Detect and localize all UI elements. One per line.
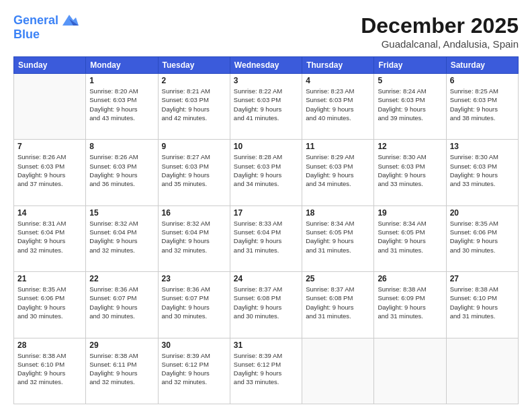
- day-info: Sunrise: 8:34 AM Sunset: 6:05 PM Dayligh…: [378, 219, 442, 255]
- day-info: Sunrise: 8:26 AM Sunset: 6:03 PM Dayligh…: [89, 152, 154, 188]
- calendar-cell: 11Sunrise: 8:29 AM Sunset: 6:03 PM Dayli…: [302, 140, 374, 205]
- calendar-cell: 16Sunrise: 8:32 AM Sunset: 6:04 PM Dayli…: [158, 205, 230, 271]
- calendar-cell: 22Sunrise: 8:36 AM Sunset: 6:07 PM Dayli…: [86, 272, 158, 338]
- calendar-cell: 7Sunrise: 8:26 AM Sunset: 6:03 PM Daylig…: [14, 140, 86, 205]
- day-info: Sunrise: 8:38 AM Sunset: 6:09 PM Dayligh…: [378, 285, 442, 320]
- calendar-cell: 5Sunrise: 8:24 AM Sunset: 6:03 PM Daylig…: [374, 74, 446, 140]
- day-info: Sunrise: 8:22 AM Sunset: 6:03 PM Dayligh…: [234, 87, 298, 122]
- day-info: Sunrise: 8:21 AM Sunset: 6:03 PM Dayligh…: [162, 87, 226, 122]
- calendar-cell: 21Sunrise: 8:35 AM Sunset: 6:06 PM Dayli…: [14, 272, 86, 338]
- calendar-cell: 1Sunrise: 8:20 AM Sunset: 6:03 PM Daylig…: [86, 74, 158, 140]
- calendar-cell: 2Sunrise: 8:21 AM Sunset: 6:03 PM Daylig…: [158, 74, 230, 140]
- calendar-cell: 24Sunrise: 8:37 AM Sunset: 6:08 PM Dayli…: [230, 272, 302, 338]
- calendar-cell: 28Sunrise: 8:38 AM Sunset: 6:10 PM Dayli…: [14, 338, 86, 404]
- calendar-cell: 26Sunrise: 8:38 AM Sunset: 6:09 PM Dayli…: [374, 272, 446, 338]
- day-info: Sunrise: 8:38 AM Sunset: 6:11 PM Dayligh…: [89, 351, 154, 387]
- day-info: Sunrise: 8:31 AM Sunset: 6:04 PM Dayligh…: [17, 219, 82, 255]
- day-info: Sunrise: 8:39 AM Sunset: 6:12 PM Dayligh…: [162, 351, 226, 387]
- week-row-1: 1Sunrise: 8:20 AM Sunset: 6:03 PM Daylig…: [14, 74, 519, 140]
- calendar-cell: 27Sunrise: 8:38 AM Sunset: 6:10 PM Dayli…: [446, 272, 518, 338]
- day-number: 8: [89, 142, 154, 151]
- calendar-cell: 23Sunrise: 8:36 AM Sunset: 6:07 PM Dayli…: [158, 272, 230, 338]
- calendar-cell: [446, 338, 518, 404]
- calendar-cell: 20Sunrise: 8:35 AM Sunset: 6:06 PM Dayli…: [446, 205, 518, 271]
- day-info: Sunrise: 8:38 AM Sunset: 6:10 PM Dayligh…: [17, 351, 82, 387]
- calendar-cell: [302, 338, 374, 404]
- day-number: 17: [234, 208, 298, 218]
- weekday-header-thursday: Thursday: [302, 57, 374, 74]
- calendar-cell: 15Sunrise: 8:32 AM Sunset: 6:04 PM Dayli…: [86, 205, 158, 271]
- day-info: Sunrise: 8:36 AM Sunset: 6:07 PM Dayligh…: [162, 285, 226, 320]
- logo: General Blue: [13, 13, 79, 42]
- location-title: Guadalcanal, Andalusia, Spain: [361, 38, 519, 50]
- calendar-table: SundayMondayTuesdayWednesdayThursdayFrid…: [13, 56, 519, 404]
- calendar-cell: 25Sunrise: 8:37 AM Sunset: 6:08 PM Dayli…: [302, 272, 374, 338]
- week-row-2: 7Sunrise: 8:26 AM Sunset: 6:03 PM Daylig…: [14, 140, 519, 205]
- calendar-cell: 4Sunrise: 8:23 AM Sunset: 6:03 PM Daylig…: [302, 74, 374, 140]
- calendar-cell: 30Sunrise: 8:39 AM Sunset: 6:12 PM Dayli…: [158, 338, 230, 404]
- title-block: December 2025 Guadalcanal, Andalusia, Sp…: [361, 13, 519, 50]
- day-info: Sunrise: 8:37 AM Sunset: 6:08 PM Dayligh…: [234, 285, 298, 320]
- day-number: 3: [234, 76, 298, 85]
- day-number: 20: [450, 208, 515, 218]
- day-number: 11: [306, 142, 370, 151]
- day-number: 14: [17, 208, 82, 218]
- day-info: Sunrise: 8:33 AM Sunset: 6:04 PM Dayligh…: [234, 219, 298, 255]
- day-number: 10: [234, 142, 298, 151]
- day-info: Sunrise: 8:23 AM Sunset: 6:03 PM Dayligh…: [306, 87, 370, 122]
- calendar-cell: 13Sunrise: 8:30 AM Sunset: 6:03 PM Dayli…: [446, 140, 518, 205]
- page: General Blue December 2025 Guadalcanal, …: [0, 0, 532, 411]
- calendar-cell: 31Sunrise: 8:39 AM Sunset: 6:12 PM Dayli…: [230, 338, 302, 404]
- day-number: 31: [234, 340, 298, 350]
- day-info: Sunrise: 8:32 AM Sunset: 6:04 PM Dayligh…: [162, 219, 226, 255]
- day-number: 5: [378, 76, 442, 85]
- day-number: 13: [450, 142, 515, 151]
- week-row-4: 21Sunrise: 8:35 AM Sunset: 6:06 PM Dayli…: [14, 272, 519, 338]
- logo-line1: General: [13, 13, 58, 27]
- day-number: 7: [17, 142, 82, 151]
- day-info: Sunrise: 8:30 AM Sunset: 6:03 PM Dayligh…: [378, 152, 442, 188]
- calendar-cell: 9Sunrise: 8:27 AM Sunset: 6:03 PM Daylig…: [158, 140, 230, 205]
- weekday-header-sunday: Sunday: [14, 57, 86, 74]
- day-info: Sunrise: 8:39 AM Sunset: 6:12 PM Dayligh…: [234, 351, 298, 387]
- day-info: Sunrise: 8:28 AM Sunset: 6:03 PM Dayligh…: [234, 152, 298, 188]
- day-number: 15: [89, 208, 154, 218]
- header: General Blue December 2025 Guadalcanal, …: [13, 13, 519, 50]
- day-info: Sunrise: 8:38 AM Sunset: 6:10 PM Dayligh…: [450, 285, 515, 320]
- day-info: Sunrise: 8:37 AM Sunset: 6:08 PM Dayligh…: [306, 285, 370, 320]
- day-number: 25: [306, 274, 370, 283]
- day-number: 4: [306, 76, 370, 85]
- weekday-header-wednesday: Wednesday: [230, 57, 302, 74]
- calendar-cell: [14, 74, 86, 140]
- logo-text: General: [13, 14, 58, 28]
- calendar-cell: 14Sunrise: 8:31 AM Sunset: 6:04 PM Dayli…: [14, 205, 86, 271]
- week-row-3: 14Sunrise: 8:31 AM Sunset: 6:04 PM Dayli…: [14, 205, 519, 271]
- day-info: Sunrise: 8:30 AM Sunset: 6:03 PM Dayligh…: [450, 152, 515, 188]
- day-number: 21: [17, 274, 82, 283]
- calendar-cell: 12Sunrise: 8:30 AM Sunset: 6:03 PM Dayli…: [374, 140, 446, 205]
- day-number: 23: [162, 274, 226, 283]
- day-info: Sunrise: 8:25 AM Sunset: 6:03 PM Dayligh…: [450, 87, 515, 122]
- day-number: 27: [450, 274, 515, 283]
- day-number: 30: [162, 340, 226, 350]
- day-info: Sunrise: 8:20 AM Sunset: 6:03 PM Dayligh…: [89, 87, 154, 122]
- calendar-cell: [374, 338, 446, 404]
- day-number: 24: [234, 274, 298, 283]
- day-info: Sunrise: 8:35 AM Sunset: 6:06 PM Dayligh…: [17, 285, 82, 320]
- logo-line2: Blue: [13, 28, 40, 42]
- calendar-cell: 19Sunrise: 8:34 AM Sunset: 6:05 PM Dayli…: [374, 205, 446, 271]
- calendar-cell: 6Sunrise: 8:25 AM Sunset: 6:03 PM Daylig…: [446, 74, 518, 140]
- day-info: Sunrise: 8:27 AM Sunset: 6:03 PM Dayligh…: [162, 152, 226, 188]
- day-number: 1: [89, 76, 154, 85]
- day-info: Sunrise: 8:32 AM Sunset: 6:04 PM Dayligh…: [89, 219, 154, 255]
- day-number: 18: [306, 208, 370, 218]
- weekday-header-row: SundayMondayTuesdayWednesdayThursdayFrid…: [14, 57, 519, 74]
- calendar-cell: 3Sunrise: 8:22 AM Sunset: 6:03 PM Daylig…: [230, 74, 302, 140]
- day-info: Sunrise: 8:36 AM Sunset: 6:07 PM Dayligh…: [89, 285, 154, 320]
- calendar-cell: 8Sunrise: 8:26 AM Sunset: 6:03 PM Daylig…: [86, 140, 158, 205]
- weekday-header-monday: Monday: [86, 57, 158, 74]
- day-number: 16: [162, 208, 226, 218]
- logo-icon: [60, 13, 79, 28]
- day-number: 26: [378, 274, 442, 283]
- day-info: Sunrise: 8:26 AM Sunset: 6:03 PM Dayligh…: [17, 152, 82, 188]
